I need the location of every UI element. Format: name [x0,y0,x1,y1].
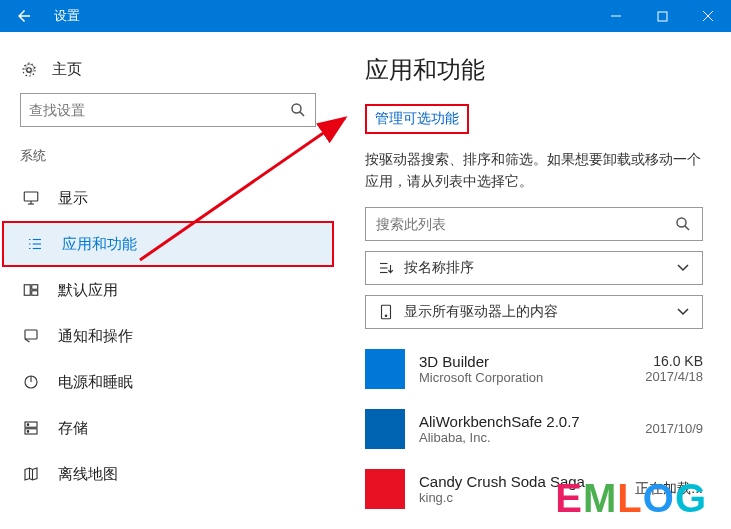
manage-optional-features-link[interactable]: 管理可选功能 [365,104,469,134]
nav-item-monitor[interactable]: 显示 [0,175,336,221]
app-publisher: Microsoft Corporation [419,370,645,385]
back-button[interactable] [0,0,48,32]
nav-label: 电源和睡眠 [58,373,133,392]
drive-icon [377,303,395,321]
app-search-input[interactable] [376,216,674,232]
nav-list: 显示应用和功能默认应用通知和操作电源和睡眠存储离线地图 [0,175,336,497]
arrow-left-icon [15,7,33,25]
svg-rect-18 [32,285,38,290]
section-label: 系统 [0,147,336,175]
svg-rect-17 [24,285,30,296]
titlebar: 设置 [0,0,731,32]
nav-item-defaults[interactable]: 默认应用 [0,267,336,313]
svg-point-26 [27,424,29,426]
app-name: 3D Builder [419,353,645,370]
nav-item-map[interactable]: 离线地图 [0,451,336,497]
nav-item-storage[interactable]: 存储 [0,405,336,451]
chevron-down-icon [676,305,690,319]
nav-label: 存储 [58,419,88,438]
app-row[interactable]: 3D BuilderMicrosoft Corporation16.0 KB20… [365,339,703,399]
svg-rect-20 [25,330,37,339]
search-icon [289,101,307,119]
chevron-down-icon [676,261,690,275]
app-row[interactable]: AliWorkbenchSafe 2.0.7Alibaba, Inc.2017/… [365,399,703,459]
window-controls [593,0,731,32]
search-icon [674,215,692,233]
app-date: 2017/10/9 [645,421,703,436]
filter-label: 显示所有驱动器上的内容 [404,303,674,321]
minimize-button[interactable] [593,0,639,32]
svg-point-27 [27,431,29,433]
home-label: 主页 [52,60,82,79]
app-search-box[interactable] [365,207,703,241]
gear-icon [20,61,38,79]
svg-point-6 [292,104,301,113]
nav-label: 离线地图 [58,465,118,484]
nav-label: 默认应用 [58,281,118,300]
description-text: 按驱动器搜索、排序和筛选。如果想要卸载或移动一个应用，请从列表中选择它。 [365,148,703,193]
nav-item-notify[interactable]: 通知和操作 [0,313,336,359]
list-icon [26,235,44,253]
sidebar: 主页 系统 显示应用和功能默认应用通知和操作电源和睡眠存储离线地图 [0,32,337,529]
close-button[interactable] [685,0,731,32]
svg-line-31 [685,226,689,230]
app-icon [365,349,405,389]
filter-dropdown[interactable]: 显示所有驱动器上的内容 [365,295,703,329]
monitor-icon [22,189,40,207]
nav-label: 显示 [58,189,88,208]
svg-rect-1 [658,12,667,21]
maximize-button[interactable] [639,0,685,32]
settings-search-input[interactable] [29,102,289,118]
sort-icon [377,259,395,277]
home-link[interactable]: 主页 [0,52,336,93]
svg-point-30 [677,218,686,227]
nav-label: 通知和操作 [58,327,133,346]
sort-dropdown[interactable]: 按名称排序 [365,251,703,285]
app-name: AliWorkbenchSafe 2.0.7 [419,413,645,430]
app-size: 16.0 KB [645,353,703,369]
app-icon [365,469,405,509]
sort-label: 按名称排序 [404,259,674,277]
settings-search[interactable] [20,93,316,127]
defaults-icon [22,281,40,299]
window-title: 设置 [54,7,593,25]
storage-icon [22,419,40,437]
app-icon [365,409,405,449]
main-pane: 应用和功能 管理可选功能 按驱动器搜索、排序和筛选。如果想要卸载或移动一个应用，… [337,32,731,529]
svg-point-36 [385,315,387,317]
svg-rect-19 [32,291,38,296]
svg-rect-8 [24,192,38,201]
nav-item-list[interactable]: 应用和功能 [2,221,334,267]
app-date: 2017/4/18 [645,369,703,384]
map-icon [22,465,40,483]
svg-line-7 [300,112,304,116]
watermark: EMLOG [555,476,707,521]
power-icon [22,373,40,391]
nav-item-power[interactable]: 电源和睡眠 [0,359,336,405]
notify-icon [22,327,40,345]
page-title: 应用和功能 [365,54,703,86]
app-publisher: Alibaba, Inc. [419,430,645,445]
nav-label: 应用和功能 [62,235,137,254]
